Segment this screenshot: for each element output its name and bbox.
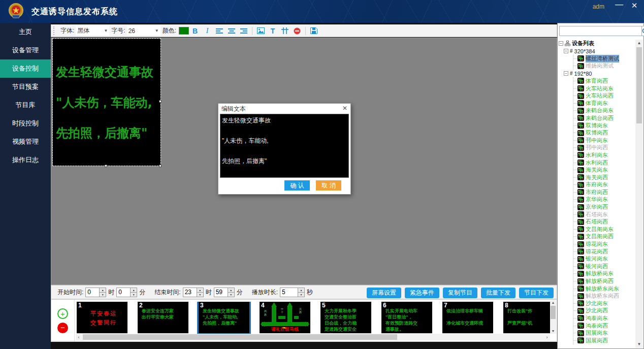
tree-root[interactable]: − 设备列表 <box>558 40 635 47</box>
insert-image-icon[interactable] <box>255 26 266 36</box>
device-item[interactable]: 邗中岗东 <box>573 137 635 144</box>
device-item[interactable]: 解放桥岗东 <box>573 270 635 278</box>
device-item[interactable]: 银河岗西 <box>573 263 635 270</box>
sidebar-item[interactable]: 主页 <box>0 23 51 41</box>
device-item[interactable]: 解放桥岗西 <box>573 277 635 285</box>
start-min-stepper[interactable]: ▲▼ <box>116 288 137 297</box>
scroll-down-icon[interactable]: ▼ <box>635 341 643 348</box>
spinner-arrows[interactable]: ▲▼ <box>298 288 304 297</box>
duration-stepper[interactable]: ▲▼ <box>280 288 305 297</box>
end-min-stepper[interactable]: ▲▼ <box>214 288 235 297</box>
start-hour-input[interactable] <box>86 288 99 297</box>
device-item[interactable]: 银河岗东 <box>573 255 635 263</box>
action-button[interactable]: 批量下发 <box>481 288 516 298</box>
sidebar-item[interactable]: 操作日志 <box>0 151 51 169</box>
device-item[interactable]: 火车站岗东 <box>573 85 635 92</box>
scroll-up-icon[interactable]: ▲ <box>550 300 556 305</box>
program-thumbnail[interactable]: 1 平安春运 交警同行 <box>77 302 127 333</box>
scroll-right-icon[interactable]: › <box>544 335 550 340</box>
duration-input[interactable] <box>280 288 298 297</box>
device-item[interactable]: 国展岗西 <box>573 337 635 344</box>
device-item[interactable]: 琼花岗西 <box>573 248 635 256</box>
device-item[interactable]: 文昌阁岗东 <box>573 226 635 233</box>
device-item[interactable]: 石塔岗西 <box>573 218 635 226</box>
program-thumbnail[interactable]: 6 扎实开展电动车 "百日整治"， 有效预防道路交 通事故。 <box>381 302 432 333</box>
device-item[interactable]: 京华岗西 <box>573 203 635 211</box>
italic-button[interactable]: I <box>202 26 213 36</box>
spinner-arrows[interactable]: ▲▼ <box>99 288 106 297</box>
collapse-icon[interactable]: − <box>564 49 568 53</box>
resize-handle-right[interactable] <box>159 100 162 103</box>
size-select[interactable]: 26 ▼ <box>127 26 160 36</box>
align-center-icon[interactable] <box>226 26 237 36</box>
device-item[interactable]: 琼花岗东 <box>573 240 635 248</box>
bold-button[interactable]: B <box>189 26 201 36</box>
edit-textarea[interactable]: 发生轻微交通事故 "人未伤，车能动, 先拍照，后撤离" <box>220 114 349 178</box>
align-right-icon[interactable] <box>238 26 249 36</box>
end-min-input[interactable] <box>214 288 228 297</box>
action-button[interactable]: 紧急事件 <box>405 288 439 298</box>
led-preview[interactable]: 发生轻微交通事故 "人未伤，车能动, 先拍照，后撤离" <box>53 39 160 166</box>
scrollbar-thumb[interactable] <box>551 306 556 319</box>
close-icon[interactable]: ✕ <box>342 105 347 112</box>
device-item[interactable]: 水利岗西 <box>573 159 635 167</box>
program-thumbnail[interactable]: 8 打击改装"炸 严查严惩"机 <box>503 302 550 333</box>
search-button[interactable] <box>642 26 644 36</box>
collapse-icon[interactable]: − <box>559 41 563 46</box>
sidebar-item[interactable]: 时段控制 <box>0 114 51 133</box>
device-item[interactable]: 解放桥东岗西 <box>573 292 635 300</box>
scroll-left-icon[interactable]: ‹ <box>76 335 82 340</box>
align-left-icon[interactable] <box>214 26 225 36</box>
start-hour-stepper[interactable]: ▲▼ <box>85 288 106 297</box>
scroll-down-icon[interactable]: ▼ <box>550 329 556 334</box>
search-input[interactable] <box>559 26 642 36</box>
program-thumbnail[interactable]: 2 春运安全连万家 出行平安幸大家 <box>138 302 188 333</box>
device-item[interactable]: 沙北岗东 <box>573 300 635 307</box>
tree-group-header[interactable]: − # 320*384 <box>563 47 635 55</box>
device-item[interactable]: 京华岗东 <box>573 196 635 204</box>
device-item[interactable]: 双博岗西 <box>573 129 635 137</box>
program-thumbnail[interactable]: 7 依法治理非标车辆 净化城市交通环境 <box>442 302 493 333</box>
device-item[interactable]: 沙北岗西 <box>573 307 635 315</box>
sidebar-item[interactable]: 视频管理 <box>0 133 51 151</box>
device-item[interactable]: 国展岗东 <box>573 329 635 337</box>
device-item[interactable]: 体育岗西 <box>573 77 635 85</box>
device-item[interactable]: 石塔岗东 <box>573 211 635 218</box>
insert-text-icon[interactable]: T <box>267 26 278 36</box>
device-item[interactable]: 维扬岗测试 <box>573 62 635 70</box>
scrollbar-thumb[interactable] <box>636 47 642 123</box>
spinner-arrows[interactable]: ▲▼ <box>197 288 203 297</box>
device-item[interactable]: 火车站岗西 <box>573 92 635 100</box>
end-hour-input[interactable] <box>183 288 197 297</box>
collapse-icon[interactable]: − <box>564 71 568 76</box>
device-item[interactable]: 解放桥东岗东 <box>573 285 635 293</box>
cancel-button[interactable]: 取 消 <box>316 180 341 191</box>
resize-handle-bottom[interactable] <box>105 165 107 167</box>
close-button[interactable]: ✕ <box>629 1 640 10</box>
device-item[interactable]: 市府岗西 <box>573 188 635 196</box>
led-grid-icon[interactable] <box>279 26 291 36</box>
forbid-icon[interactable] <box>292 26 303 36</box>
device-item[interactable]: 体育岗东 <box>573 100 635 107</box>
sidebar-item[interactable]: 设备控制 <box>0 59 51 78</box>
start-min-input[interactable] <box>117 288 130 297</box>
save-icon[interactable] <box>308 26 319 36</box>
device-item[interactable]: 市府岗东 <box>573 181 635 189</box>
sidebar-item[interactable]: 节目预案 <box>0 78 51 96</box>
scroll-up-icon[interactable]: ▲ <box>635 40 643 47</box>
action-button[interactable]: 复制节目 <box>443 288 477 298</box>
device-item[interactable]: 双博岗东 <box>573 122 635 130</box>
tree-scrollbar[interactable]: ▲ ▼ <box>635 40 643 348</box>
device-item[interactable]: 海关岗西 <box>573 174 635 181</box>
program-thumbnail[interactable]: 3 发生轻微交通事故 "人未伤，车能动, 先拍照，后撤离" <box>199 302 249 333</box>
device-item[interactable]: 文昌阁岗西 <box>573 233 635 241</box>
program-thumbnail[interactable]: 5 大力开展秋冬季 交通安全整治百 日会战，全力稳 定道路交通安全 形势！ <box>320 302 371 333</box>
action-button[interactable]: 节目下发 <box>519 288 554 298</box>
sidebar-item[interactable]: 节目库 <box>0 96 51 114</box>
program-thumbnail[interactable]: 4 <box>260 302 310 333</box>
confirm-button[interactable]: 确 认 <box>284 180 310 191</box>
spinner-arrows[interactable]: ▲▼ <box>228 288 234 297</box>
font-select[interactable]: 黑体 ▼ <box>76 26 109 36</box>
device-item[interactable]: 鸿泰岗东 <box>573 314 635 322</box>
tree-group-header[interactable]: − # 192*80 <box>563 70 635 77</box>
